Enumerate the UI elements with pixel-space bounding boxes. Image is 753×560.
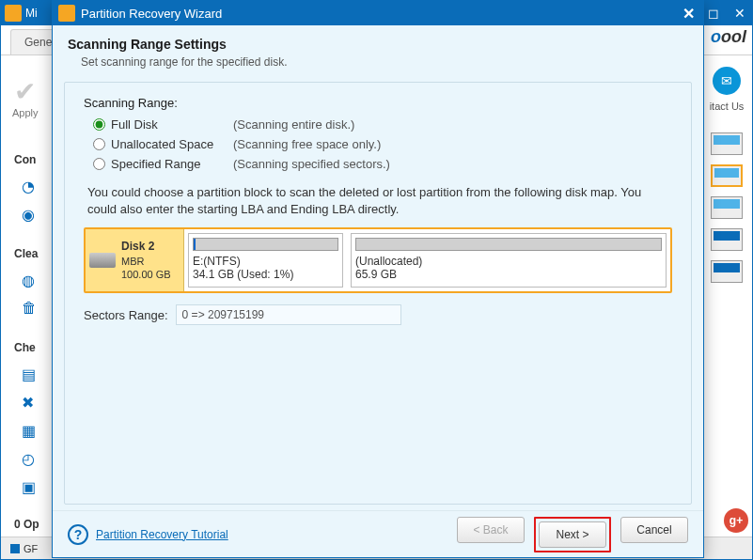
partition-e-used (194, 239, 196, 250)
radio-specified-label: Specified Range (111, 157, 233, 171)
next-button-highlight: Next > (534, 517, 611, 552)
disk-info-block[interactable]: Disk 2 MBR 100.00 GB (86, 229, 184, 291)
google-plus-icon[interactable]: g+ (724, 508, 748, 533)
pending-ops-label: 0 Op (14, 518, 46, 531)
checkmark-icon: ✔ (14, 76, 36, 107)
maximize-button[interactable]: ◻ (705, 6, 722, 21)
disk-thumb-2[interactable] (711, 164, 743, 187)
benchmark-icon[interactable]: ◴ (22, 450, 39, 467)
sectors-range-row: Sectors Range: (84, 304, 672, 325)
section-convert: Con (14, 153, 46, 166)
radio-unallocated-input[interactable] (93, 138, 105, 150)
contact-label: itact Us (710, 101, 745, 112)
disk-thumb-4[interactable] (711, 228, 743, 251)
radio-full-disk[interactable]: Full Disk (Scanning entire disk.) (93, 117, 672, 132)
disk-convert-icon[interactable]: ◔ (22, 178, 39, 194)
partition-e-ntfs[interactable]: E:(NTFS) 34.1 GB (Used: 1%) (188, 233, 343, 288)
disk-thumb-1[interactable] (711, 132, 743, 155)
partition-e-bar (193, 238, 338, 251)
radio-specified-input[interactable] (93, 158, 105, 170)
radio-full-disk-desc: (Scanning entire disk.) (233, 117, 354, 132)
wizard-logo-icon (58, 5, 75, 22)
wizard-close-button[interactable]: ✕ (679, 5, 698, 23)
properties-icon[interactable]: ▣ (22, 478, 39, 495)
contact-mail-icon[interactable]: ✉ (713, 67, 741, 95)
disk-thumb-3[interactable] (711, 196, 743, 219)
status-text: GF (24, 543, 38, 554)
wipe-icon[interactable]: ◍ (22, 272, 39, 288)
radio-unallocated[interactable]: Unallocated Space (Scanning free space o… (93, 137, 672, 151)
delete-icon[interactable]: 🗑 (22, 300, 39, 317)
partition-recovery-wizard: Partition Recovery Wizard ✕ Scanning Ran… (52, 0, 704, 558)
tutorial-link[interactable]: Partition Recovery Tutorial (96, 528, 228, 541)
wizard-body: Scanning Range: Full Disk (Scanning enti… (64, 82, 692, 505)
partition-unallocated[interactable]: (Unallocated) 65.9 GB (351, 233, 667, 288)
scanning-range-label: Scanning Range: (84, 96, 672, 110)
main-title-text: Mi (25, 7, 38, 20)
partition-e-size: 34.1 GB (Used: 1%) (193, 268, 338, 281)
apply-action[interactable]: ✔ Apply (12, 76, 39, 118)
radio-specified[interactable]: Specified Range (Scanning specified sect… (93, 157, 672, 171)
brand-logo: oool (711, 27, 746, 47)
partition-unalloc-label: (Unallocated) (355, 255, 662, 268)
radio-unallocated-desc: (Scanning free space only.) (233, 137, 381, 151)
next-button[interactable]: Next > (539, 521, 606, 548)
disk-map: Disk 2 MBR 100.00 GB E:(NTFS) 34.1 GB (U… (84, 227, 672, 293)
radio-full-disk-label: Full Disk (111, 117, 233, 132)
wizard-footer: ? Partition Recovery Tutorial < Back Nex… (53, 510, 703, 557)
app-logo-icon (5, 5, 22, 22)
partition-unalloc-bar (355, 238, 662, 251)
partition-e-label: E:(NTFS) (193, 255, 338, 268)
cancel-button[interactable]: Cancel (620, 517, 688, 543)
disk-text: Disk 2 MBR 100.00 GB (121, 240, 171, 281)
sectors-range-input[interactable] (176, 304, 401, 325)
help-icon: ? (68, 524, 88, 545)
section-cleanup: Clea (14, 247, 46, 260)
surface-test-icon[interactable]: ▦ (22, 422, 39, 439)
rebuild-icon[interactable]: ✖ (22, 394, 39, 411)
wizard-header: Scanning Range Settings Set scanning ran… (53, 25, 703, 76)
wizard-title-text: Partition Recovery Wizard (81, 7, 222, 21)
hard-drive-icon (89, 253, 116, 268)
main-close-button[interactable]: ✕ (731, 6, 748, 21)
back-button[interactable]: < Back (457, 517, 525, 543)
sectors-range-label: Sectors Range: (84, 308, 168, 322)
radio-full-disk-input[interactable] (93, 118, 105, 131)
sidebar: Con ◔ ◉ Clea ◍ 🗑 Che ▤ ✖ ▦ ◴ ▣ 0 Op (14, 142, 46, 537)
wizard-buttons: < Back Next > Cancel (457, 517, 688, 552)
radio-specified-desc: (Scanning specified sectors.) (233, 157, 390, 171)
apply-label: Apply (12, 107, 39, 118)
disk-type: MBR (121, 255, 171, 268)
status-square-icon (10, 544, 20, 553)
disk-name: Disk 2 (121, 240, 171, 255)
partition-unalloc-size: 65.9 GB (355, 268, 662, 281)
disk-size: 100.00 GB (121, 268, 171, 281)
align-icon[interactable]: ▤ (22, 366, 39, 382)
section-check: Che (14, 341, 46, 354)
disk-thumb-5[interactable] (711, 260, 743, 283)
dynamic-disk-icon[interactable]: ◉ (22, 206, 39, 223)
wizard-title-bar: Partition Recovery Wizard ✕ (53, 1, 703, 25)
right-panel: ✉ itact Us (707, 59, 746, 527)
wizard-heading: Scanning Range Settings (68, 37, 688, 52)
wizard-subheading: Set scanning range for the specified dis… (81, 55, 688, 69)
disk-map-hint: You could choose a partition block to sc… (87, 184, 668, 218)
radio-unallocated-label: Unallocated Space (111, 137, 233, 151)
help-link[interactable]: ? Partition Recovery Tutorial (68, 524, 228, 545)
